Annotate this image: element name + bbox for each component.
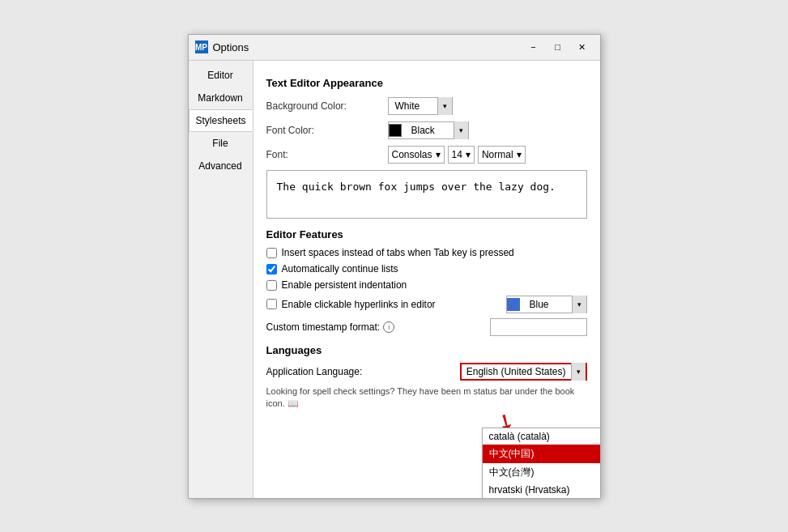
font-family-arrow: ▾ [436, 149, 441, 160]
font-color-row: Font Color: Black ▾ [266, 121, 587, 139]
sidebar-item-stylesheets[interactable]: Stylesheets [189, 109, 253, 132]
language-dropdown-arrow[interactable]: ▾ [571, 363, 586, 381]
content-area: Editor Markdown Stylesheets File Advance… [189, 61, 600, 498]
window-title: Options [213, 41, 522, 53]
minimize-button[interactable]: − [522, 38, 545, 56]
font-color-arrow[interactable]: ▾ [454, 121, 468, 139]
window-controls: − □ ✕ [522, 38, 594, 56]
language-dropdown[interactable]: English (United States) ▾ [460, 363, 587, 381]
font-color-swatch [389, 124, 402, 137]
font-size-arrow: ▾ [466, 149, 471, 160]
main-content: Text Editor Appearance Background Color:… [253, 61, 600, 498]
maximize-button[interactable]: □ [547, 38, 569, 56]
font-color-control: Black ▾ [388, 121, 469, 139]
app-icon: MP [195, 40, 208, 53]
font-style-arrow: ▾ [517, 149, 522, 160]
background-color-row: Background Color: White ▾ [266, 97, 587, 115]
timestamp-label: Custom timestamp format: i [266, 321, 395, 333]
font-color-value: Black [405, 125, 454, 136]
font-style-value: Normal [482, 149, 513, 160]
appearance-section-title: Text Editor Appearance [266, 77, 587, 89]
close-button[interactable]: ✕ [571, 38, 594, 56]
background-color-control: White ▾ [388, 97, 453, 115]
spaces-label: Insert spaces instead of tabs when Tab k… [282, 247, 514, 258]
languages-section: Languages Application Language: English … [266, 344, 587, 411]
titlebar: MP Options − □ ✕ [189, 35, 600, 61]
font-color-label: Font Color: [266, 125, 388, 136]
font-label: Font: [266, 149, 388, 160]
hyperlinks-color-arrow[interactable]: ▾ [572, 296, 586, 313]
spell-check-text: Looking for spell check settings? They h… [266, 385, 587, 411]
sidebar-item-file[interactable]: File [189, 132, 253, 155]
sidebar: Editor Markdown Stylesheets File Advance… [189, 61, 253, 498]
checkbox-row-spaces: Insert spaces instead of tabs when Tab k… [266, 247, 587, 258]
timestamp-input[interactable] [490, 318, 587, 336]
dropdown-item-zh-tw[interactable]: 中文(台灣) [483, 463, 600, 482]
indent-label: Enable persistent indentation [282, 279, 407, 291]
font-controls: Consolas ▾ 14 ▾ Normal ▾ [388, 146, 526, 164]
background-color-label: Background Color: [266, 100, 388, 112]
lists-label: Automatically continue lists [282, 263, 398, 275]
checkbox-row-lists: Automatically continue lists [266, 263, 587, 275]
timestamp-info-icon[interactable]: i [383, 321, 394, 333]
font-size-value: 14 [452, 149, 462, 160]
dropdown-item-zh-cn[interactable]: 中文(中国) [483, 445, 600, 463]
features-section-title: Editor Features [266, 228, 587, 240]
dropdown-item-hr[interactable]: hrvatski (Hrvatska) [483, 482, 600, 498]
language-selected: English (United States) [462, 366, 571, 377]
sidebar-item-editor[interactable]: Editor [189, 64, 253, 87]
background-color-value: White [389, 100, 437, 112]
spaces-checkbox[interactable] [266, 248, 277, 258]
background-color-dropdown[interactable]: White ▾ [388, 97, 453, 115]
hyperlinks-color-dropdown[interactable]: Blue ▾ [506, 296, 587, 313]
indent-checkbox[interactable] [266, 280, 277, 291]
font-family-dropdown[interactable]: Consolas ▾ [388, 146, 445, 164]
background-color-arrow[interactable]: ▾ [437, 97, 452, 115]
timestamp-row: Custom timestamp format: i [266, 318, 587, 336]
app-language-label: Application Language: [266, 366, 460, 377]
hyperlinks-checkbox[interactable] [266, 299, 277, 309]
font-row: Font: Consolas ▾ 14 ▾ Normal ▾ [266, 146, 587, 164]
hyperlinks-row: Enable clickable hyperlinks in editor Bl… [266, 296, 587, 313]
font-style-dropdown[interactable]: Normal ▾ [478, 146, 526, 164]
language-row: Application Language: English (United St… [266, 363, 587, 381]
font-color-dropdown[interactable]: Black ▾ [388, 121, 469, 139]
sidebar-item-markdown[interactable]: Markdown [189, 87, 253, 109]
sidebar-item-advanced[interactable]: Advanced [189, 155, 253, 177]
hyperlink-color-swatch [507, 298, 520, 311]
languages-section-title: Languages [266, 344, 587, 356]
lists-checkbox[interactable] [266, 264, 277, 275]
hyperlinks-color-value: Blue [523, 299, 572, 310]
font-family-value: Consolas [392, 149, 432, 160]
options-window: MP Options − □ ✕ Editor Markdown Stylesh… [188, 34, 601, 499]
font-preview: The quick brown fox jumps over the lazy … [266, 170, 587, 219]
dropdown-item-catala[interactable]: català (català) [483, 428, 600, 445]
checkbox-row-indent: Enable persistent indentation [266, 279, 587, 291]
font-size-dropdown[interactable]: 14 ▾ [448, 146, 475, 164]
hyperlinks-label: Enable clickable hyperlinks in editor [282, 299, 506, 310]
language-dropdown-menu: català (català) 中文(中国) 中文(台灣) hrvatski (… [482, 428, 600, 498]
